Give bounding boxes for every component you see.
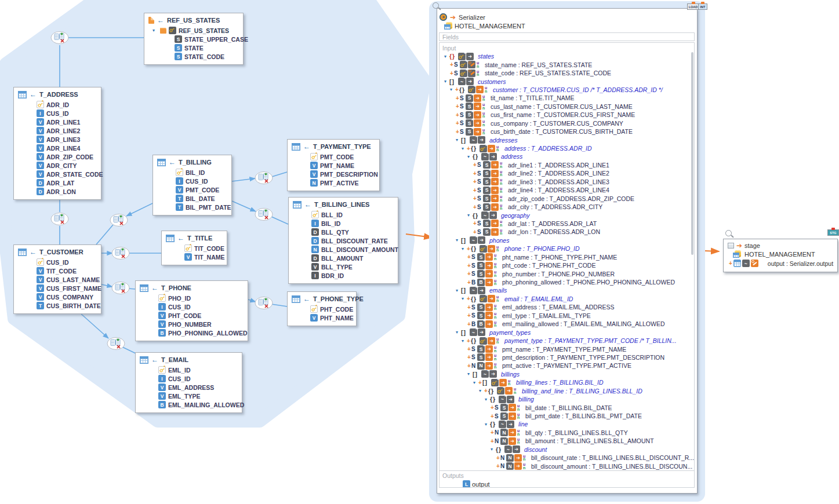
- tree-row-label[interactable]: adr_line2 : T_ADDRESS.ADR_LINE2: [508, 170, 609, 177]
- table-field[interactable]: V* PHT_CODE: [136, 311, 248, 320]
- table-field[interactable]: I* CUS_ID: [14, 109, 101, 118]
- tree-row-label[interactable]: line: [518, 421, 528, 428]
- scrollbar-thumb[interactable]: [691, 52, 693, 255]
- tree-row[interactable]: S S un bil_pmt_date : T_BILLING.BIL_PMT_…: [440, 412, 694, 420]
- table-field[interactable]: * PHO_ID: [136, 294, 248, 302]
- table-field[interactable]: D* BLL_QTY: [289, 228, 398, 236]
- table-field[interactable]: I BDR_ID: [289, 271, 398, 280]
- tree-row[interactable]: [] un phones: [440, 236, 694, 244]
- tree-row-label[interactable]: bll_discount_amount : T_BILLING_LINES.BL…: [531, 463, 692, 470]
- collapse-caret-icon[interactable]: [467, 371, 473, 377]
- table-field[interactable]: V CUS_COMPANY: [14, 293, 101, 301]
- tree-row[interactable]: {} un billing: [440, 395, 694, 403]
- table-field[interactable]: V* ADR_ZIP_CODE: [14, 152, 101, 161]
- tree-row-label[interactable]: bll_amount : T_BILLING_LINES.BLL_AMOUNT: [525, 437, 654, 444]
- tree-row[interactable]: N N un bll_amount : T_BILLING_LINES.BLL_…: [440, 437, 694, 445]
- table-field[interactable]: V PMT_CODE: [153, 185, 231, 194]
- tree-row-label[interactable]: email : T_EMAIL.EML_ID: [504, 295, 573, 302]
- join-node-address-customer[interactable]: [51, 213, 68, 225]
- tree-row[interactable]: S S un state_name : REF_US_STATES.STATE: [440, 60, 694, 68]
- collapse-caret-icon[interactable]: [444, 79, 449, 84]
- table-field[interactable]: V ADR_STATE_CODE: [14, 170, 101, 178]
- collapse-caret-icon[interactable]: [485, 422, 490, 427]
- table-field[interactable]: I* BIL_ID: [289, 219, 398, 228]
- table-field[interactable]: * EML_ID: [136, 366, 242, 374]
- tree-row[interactable]: N N un bll_discount_amount : T_BILLING_L…: [440, 462, 694, 470]
- collapse-caret-icon[interactable]: [467, 213, 473, 218]
- table-field[interactable]: V ADR_LINE4: [14, 144, 101, 152]
- collapse-caret-icon[interactable]: [152, 28, 158, 33]
- tree-row-label[interactable]: adr_lon : T_ADDRESS.ADR_LON: [508, 228, 600, 235]
- tree-row[interactable]: {} un customer : T_CUSTOMER.CUS_ID /* T_…: [440, 86, 694, 94]
- tree-row-label[interactable]: pho_phoning_allowed : T_PHONE.PHO_PHONIN…: [502, 279, 675, 286]
- table-field[interactable]: S* STATE_CODE: [144, 52, 243, 61]
- tree-row-label[interactable]: payment_types: [489, 329, 531, 336]
- join-node-customer-phone[interactable]: [112, 282, 129, 294]
- tree-row-label[interactable]: adr_zip_code : T_ADDRESS.ADR_ZIP_CODE: [508, 195, 634, 202]
- collapse-caret-icon[interactable]: [462, 246, 467, 251]
- table-field[interactable]: V* PHT_NAME: [288, 313, 356, 322]
- tree-row-label[interactable]: bll_discount_rate : T_BILLING_LINES.BLL_…: [531, 454, 694, 461]
- tree-row[interactable]: S S un bil_date : T_BILLING.BIL_DATE: [440, 403, 694, 411]
- table-field[interactable]: * PHT_CODE: [288, 305, 356, 313]
- tree-row[interactable]: {} un line: [440, 420, 694, 428]
- tree-row[interactable]: S S un eml_address : T_EMAIL.EML_ADDRESS: [440, 303, 694, 311]
- table-t-phone-type[interactable]: ←T_PHONE_TYPE * PHT_CODE V* PHT_NAME: [287, 291, 357, 326]
- tree-row[interactable]: S S un eml_type : T_EMAIL.EML_TYPE: [440, 312, 694, 320]
- tree-row-label[interactable]: address: [501, 153, 522, 160]
- tree-row-label[interactable]: adr_city : T_ADDRESS.ADR_CITY: [508, 203, 602, 210]
- tree-row-label[interactable]: state_code : REF_US_STATES.STATE_CODE: [485, 70, 611, 76]
- collapse-caret-icon[interactable]: [456, 288, 461, 293]
- tree-row-label[interactable]: pho_number : T_PHONE.PHO_NUMBER: [502, 271, 615, 277]
- tree-row[interactable]: [] un emails: [440, 286, 694, 294]
- table-field[interactable]: B EML_MAILING_ALLOWED: [136, 400, 242, 409]
- tree-row[interactable]: S S un adr_city : T_ADDRESS.ADR_CITY: [440, 203, 694, 211]
- tree-row-label[interactable]: phone : T_PHONE.PHO_ID: [504, 245, 580, 252]
- table-field[interactable]: T CUS_BIRTH_DATE: [14, 301, 101, 310]
- stage-component[interactable]: stage HOTEL_MANAGEMENT output : Serializ…: [723, 239, 838, 272]
- join-node-customer-title[interactable]: [112, 247, 129, 260]
- tree-row-label[interactable]: bil_date : T_BILLING.BIL_DATE: [525, 404, 612, 411]
- tree-row-label[interactable]: addresses: [489, 137, 517, 144]
- table-field[interactable]: S* STATE: [144, 43, 243, 52]
- tree-row-label[interactable]: phones: [489, 237, 509, 244]
- tree-row-label[interactable]: billings: [501, 371, 520, 378]
- fields-bar[interactable]: Fields: [439, 32, 695, 41]
- table-field[interactable]: V* PHO_NUMBER: [136, 320, 248, 328]
- tree-row[interactable]: S S un adr_line3 : T_ADDRESS.ADR_LINE3: [440, 178, 694, 186]
- tree-row-label[interactable]: tit_name : T_TITLE.TIT_NAME: [491, 94, 575, 101]
- table-field[interactable]: I* CUS_ID: [153, 177, 231, 185]
- zoom-magnifier-icon[interactable]: [433, 2, 439, 9]
- table-header[interactable]: ← REF_US_STATES: [144, 13, 243, 26]
- tree-row[interactable]: S S un adr_line1 : T_ADDRESS.ADR_LINE1: [440, 161, 694, 169]
- tree-row-label[interactable]: pht_name : T_PHONE_TYPE.PHT_NAME: [502, 254, 617, 261]
- tree-row[interactable]: S S un cus_first_name : T_CUSTOMER.CUS_F…: [440, 111, 694, 119]
- tree-row-label[interactable]: bll_qty : T_BILLING_LINES.BLL_QTY: [525, 429, 628, 436]
- tree-row[interactable]: S S un pmt_description : T_PAYMENT_TYPE.…: [440, 353, 694, 361]
- int-badge[interactable]: INT: [698, 3, 707, 10]
- tree-row[interactable]: [] un addresses: [440, 136, 694, 144]
- tree-row[interactable]: S S un cus_company : T_CUSTOMER.CUS_COMP…: [440, 119, 694, 127]
- tree-row-label[interactable]: pmt_description : T_PAYMENT_TYPE.PMT_DES…: [502, 354, 664, 361]
- tree-row[interactable]: N N un pmt_active : T_PAYMENT_TYPE.PMT_A…: [440, 361, 694, 370]
- tree-row[interactable]: S S un pht_code : T_PHONE.PHT_CODE: [440, 261, 694, 269]
- tree-row-label[interactable]: payment_type : T_PAYMENT_TYPE.PMT_CODE /…: [504, 337, 677, 344]
- table-field[interactable]: D BLL_DISCOUNT_RATE: [289, 236, 398, 245]
- stage-output-row[interactable]: output : Serializer.output: [724, 258, 837, 267]
- tree-row-label[interactable]: cus_company : T_CUSTOMER.CUS_COMPANY: [491, 120, 623, 127]
- tree-row[interactable]: S S un adr_lon : T_ADDRESS.ADR_LON: [440, 228, 694, 236]
- table-t-billing[interactable]: ←T_BILLING * BIL_ID I* CUS_ID V PMT_CODE…: [152, 155, 232, 216]
- join-node-customer-email[interactable]: [107, 338, 125, 350]
- tree-row-label[interactable]: customers: [478, 78, 506, 85]
- table-field[interactable]: N PMT_ACTIVE: [288, 178, 379, 187]
- tree-row-label[interactable]: billing_lines : T_BILLING.BIL_ID: [516, 379, 604, 386]
- tree-row[interactable]: S S un adr_lat : T_ADDRESS.ADR_LAT: [440, 220, 694, 228]
- tree-row-label[interactable]: geography: [501, 212, 530, 219]
- table-field[interactable]: V ADR_LINE2: [14, 126, 101, 135]
- tree-row[interactable]: {} un geography: [440, 211, 694, 219]
- table-field[interactable]: I* CUS_ID: [136, 374, 242, 383]
- table-field[interactable]: * TIT_CODE: [162, 244, 227, 253]
- collapse-caret-icon[interactable]: [473, 380, 478, 385]
- join-node-phone-phone-type[interactable]: [255, 297, 273, 309]
- collapse-caret-icon[interactable]: [485, 397, 490, 402]
